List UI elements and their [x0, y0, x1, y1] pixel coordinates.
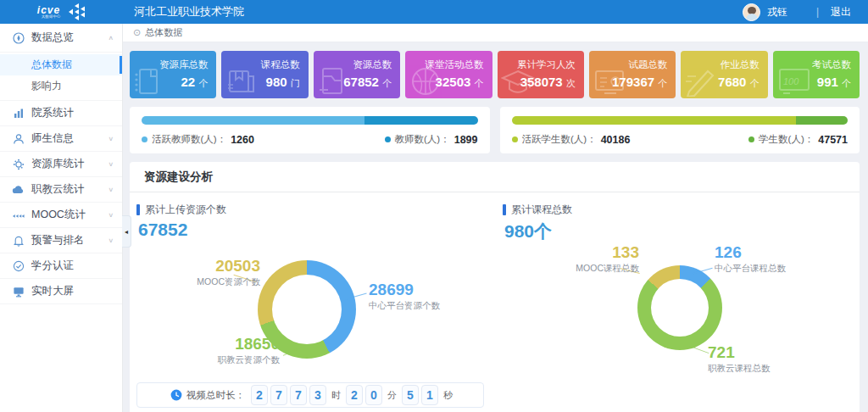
sidebar-collapse-handle[interactable]: ◂: [122, 215, 131, 248]
chevron-down-icon: ∨: [108, 237, 114, 244]
stat-card-value: 67852: [343, 75, 379, 89]
total-students-legend: 学生数(人)： 47571: [748, 133, 848, 146]
sidebar-item-realtime-screen[interactable]: 实时大屏: [0, 279, 122, 304]
clock-icon: [170, 389, 182, 401]
resources-total-number: 67852: [138, 220, 187, 240]
user-icon: [12, 132, 25, 145]
vocational-cloud-resources-label: 18650 职教云资源个数: [218, 335, 281, 365]
center-platform-courses-label: 126 中心平台课程总数: [715, 243, 786, 273]
hour-digit: 2: [251, 385, 268, 405]
chevron-down-icon: ∨: [108, 212, 114, 219]
bar-chart-icon: [12, 107, 25, 120]
sidebar-item-credit-certification[interactable]: 学分认证: [0, 253, 122, 279]
teacher-progress-bar: [142, 116, 478, 125]
sidebar-item-warning-ranking[interactable]: 预警与排名 ∨: [0, 228, 122, 253]
stat-card-unit: 个: [750, 78, 760, 88]
student-progress-bar: [512, 116, 849, 125]
video-duration-box: 视频总时长： 2 7 7 3 时 2 0 分 5 1 秒: [136, 382, 484, 408]
analysis-panel-title: 资源建设分析: [130, 162, 860, 192]
sidebar-item-label: MOOC统计: [31, 208, 108, 222]
legend-value: 47571: [818, 134, 848, 146]
content-area: 资源库总数 22 个 课程总数 980 门 资源总数 67852 个 课堂活动总…: [123, 42, 868, 412]
hour-digit: 7: [270, 385, 287, 405]
subtitle-text: 累计上传资源个数: [145, 203, 226, 217]
screen-icon: [12, 285, 25, 298]
sidebar-item-overall-data[interactable]: 总体数据: [0, 54, 122, 75]
submenu-item-label: 总体数据: [31, 58, 72, 72]
stat-card-learning-sessions: 累计学习人次 358073 次: [498, 51, 584, 98]
chevron-up-icon: ∧: [108, 35, 114, 42]
stat-card-label: 课堂活动总数: [405, 58, 483, 71]
resource-analysis-panel: 资源建设分析 累计上传资源个数 67852: [130, 162, 860, 412]
subtitle-bar-mark: [136, 204, 140, 215]
sidebar-item-college-stats[interactable]: 院系统计: [0, 101, 122, 126]
sidebar-item-teacher-student-info[interactable]: 师生信息 ∨: [0, 126, 122, 152]
topbar: icve 大数据中心 河北工业职业技术学院 戎钰 | 退出: [0, 0, 868, 24]
total-teachers-segment: [364, 116, 477, 125]
cloud-icon: [12, 183, 25, 196]
check-badge-icon: [12, 259, 25, 272]
active-teachers-legend: 活跃教师数(人)： 1260: [142, 133, 254, 146]
stat-card-unit: 个: [475, 78, 484, 88]
school-title: 河北工业职业技术学院: [134, 4, 244, 19]
user-name: 戎钰: [767, 5, 787, 19]
legend-value: 1899: [454, 134, 478, 146]
collapse-arrow-icon: ◂: [125, 228, 128, 236]
stat-card-value: 7680: [718, 75, 746, 89]
sidebar-item-influence[interactable]: 影响力: [0, 75, 122, 97]
gear-icon: [12, 158, 25, 170]
svg-text:100: 100: [783, 76, 799, 86]
courses-donut-chart: [637, 265, 722, 350]
logout-button[interactable]: 退出: [831, 5, 851, 19]
hour-digit: 7: [290, 385, 307, 405]
stat-card-courses: 课程总数 980 门: [221, 51, 308, 98]
hour-unit: 时: [331, 389, 341, 402]
total-courses-chart: 累计课程总数 980个 133 MOOC课程总数 126: [496, 192, 860, 412]
app-logo[interactable]: icve 大数据中心: [0, 3, 123, 20]
stat-card-exams: 100 考试总数 991 个: [773, 51, 860, 98]
stat-card-value: 980: [266, 75, 287, 89]
bell-icon: [12, 234, 25, 247]
stat-card-label: 作业总数: [681, 58, 759, 71]
video-duration-label: 视频总时长：: [170, 389, 245, 402]
logo-main-text: icve: [37, 5, 60, 15]
logo-triangles-icon: [64, 3, 86, 20]
chart-subtitle: 累计上传资源个数: [136, 203, 226, 217]
sidebar-item-label: 预警与排名: [31, 233, 108, 248]
mooc-resources-label: 20503 MOOC资源个数: [197, 257, 260, 287]
stat-card-test-questions: 试题总数 179367 个: [589, 51, 676, 98]
sidebar-item-resource-library-stats[interactable]: 资源库统计 ∨: [0, 152, 122, 177]
second-digit: 1: [421, 385, 438, 405]
stat-card-label: 试题总数: [589, 58, 667, 71]
chart-subtitle: 累计课程总数: [503, 203, 572, 217]
chevron-down-icon: ∨: [108, 187, 114, 193]
user-avatar[interactable]: [743, 3, 760, 21]
stat-card-class-activities: 课堂活动总数 32503 个: [405, 51, 492, 98]
courses-total-number: 980个: [504, 220, 552, 243]
sidebar-item-data-overview[interactable]: 数据总览 ∧: [0, 24, 122, 53]
sidebar-item-mooc-stats[interactable]: MOOC统计 ∨: [0, 203, 122, 228]
minute-digit: 2: [346, 385, 363, 405]
sidebar: 数据总览 ∧ 总体数据 影响力 院系统计 师生信息 ∨: [0, 24, 123, 412]
sidebar-item-label: 实时大屏: [31, 284, 114, 298]
sidebar-item-vocational-cloud-stats[interactable]: 职教云统计 ∨: [0, 177, 122, 203]
stat-card-value: 22: [181, 75, 196, 89]
active-teachers-segment: [142, 116, 364, 125]
total-students-dot: [748, 136, 754, 142]
sidebar-item-label: 职教云统计: [31, 182, 108, 197]
legend-label: 教师数(人)：: [395, 133, 450, 146]
logo-sub-text: 大数据中心: [37, 15, 60, 19]
minute-digit: 0: [365, 385, 382, 405]
stat-card-unit: 个: [382, 78, 392, 88]
active-teachers-dot: [142, 136, 147, 142]
sidebar-submenu: 总体数据 影响力: [0, 53, 122, 101]
stat-card-label: 考试总数: [773, 58, 851, 71]
stat-card-unit: 个: [198, 78, 208, 88]
subtitle-bar-mark: [503, 204, 506, 215]
total-teachers-legend: 教师数(人)： 1899: [385, 133, 478, 146]
hour-digit: 3: [309, 385, 326, 405]
active-students-legend: 活跃学生数(人)： 40186: [512, 133, 631, 146]
stat-card-unit: 个: [842, 78, 851, 88]
legend-value: 40186: [601, 134, 631, 146]
stat-cards-row: 资源库总数 22 个 课程总数 980 门 资源总数 67852 个 课堂活动总…: [130, 51, 860, 98]
